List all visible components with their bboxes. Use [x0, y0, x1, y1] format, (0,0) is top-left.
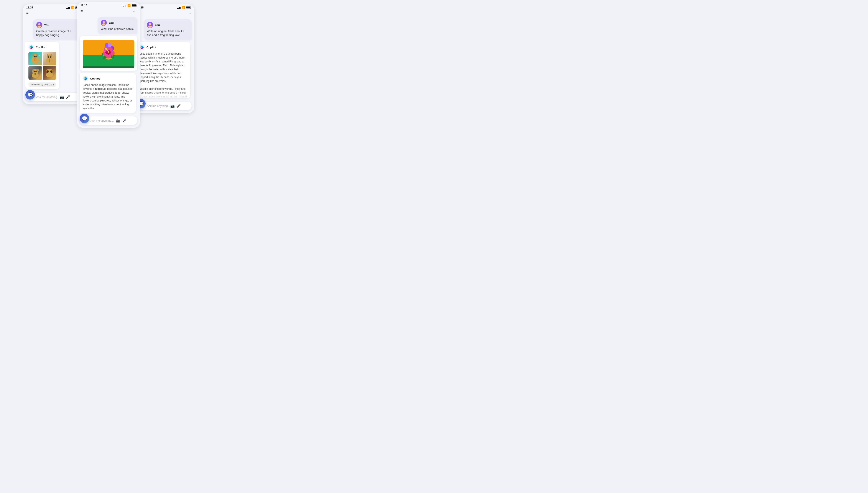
left-copilot-btn-icon: 💬 — [27, 92, 33, 97]
left-user-message: Create a realistic image of a happy dog … — [36, 29, 78, 37]
left-input-bar[interactable]: 💬 Ask me anything... 📷 🎤 — [25, 93, 81, 101]
svg-point-39 — [103, 21, 105, 23]
svg-point-47 — [108, 42, 111, 48]
right-signal-icon — [177, 6, 181, 9]
svg-point-1 — [38, 23, 40, 25]
right-wifi-icon: 📶 — [182, 6, 185, 9]
right-status-icons: 📶 — [177, 6, 191, 9]
right-input-icons: 📷 🎤 — [170, 104, 181, 108]
left-camera-icon[interactable]: 📷 — [60, 95, 64, 99]
center-input-bar[interactable]: 💬 Ask me anything... 📷 🎤 — [80, 116, 137, 125]
dog-cell-1: ♪ — [28, 52, 42, 65]
center-input-placeholder[interactable]: Ask me anything... — [90, 119, 114, 122]
center-dots-icon[interactable]: ··· — [133, 9, 137, 14]
svg-point-49 — [109, 53, 115, 57]
left-status-bar: 12:15 📶 — [23, 4, 84, 10]
svg-point-52 — [149, 23, 151, 25]
center-status-icons: 📶 — [123, 4, 137, 7]
center-copilot-bubble: Copilot Based on the image you sent, I t… — [80, 73, 136, 113]
powered-badge: Powered by DALL·E 3 — [28, 82, 56, 87]
center-top-bar: ≡ ··· — [77, 8, 140, 15]
right-user-header: You — [147, 22, 189, 28]
center-user-message: What kind of flower is this? — [101, 27, 134, 31]
center-battery-icon — [132, 4, 137, 7]
left-copilot-bubble: Copilot — [25, 42, 59, 89]
right-camera-icon[interactable]: 📷 — [170, 104, 175, 108]
right-user-name: You — [155, 23, 160, 27]
right-copilot-text-2: Despite their different worlds, Finley a… — [139, 87, 187, 98]
flower-image — [83, 40, 134, 68]
right-battery-icon — [186, 6, 191, 9]
svg-rect-36 — [47, 71, 48, 72]
left-status-time: 12:15 — [26, 6, 33, 9]
center-wifi-icon: 📶 — [127, 4, 131, 7]
right-user-message: Write an original fable about a fish and… — [147, 29, 189, 37]
center-signal-icon — [123, 4, 126, 7]
right-input-container: 💬 Ask me anything... 📷 🎤 — [133, 100, 194, 113]
main-scene: 12:15 📶 ≡ ··· — [4, 4, 213, 128]
right-user-avatar — [147, 22, 153, 28]
center-copilot-name: Copilot — [90, 77, 100, 80]
left-user-header: You — [36, 22, 78, 28]
center-user-avatar — [101, 20, 107, 26]
svg-point-43 — [103, 49, 114, 60]
left-input-placeholder[interactable]: Ask me anything... — [36, 95, 59, 99]
left-user-bubble: You Create a realistic image of a happy … — [33, 19, 81, 40]
svg-rect-28 — [35, 72, 36, 75]
left-signal-icon — [66, 6, 70, 9]
right-top-bar: ≡ ··· — [133, 10, 194, 18]
left-chat-area: You Create a realistic image of a happy … — [23, 18, 84, 91]
left-wifi-icon: 📶 — [71, 6, 74, 9]
svg-rect-42 — [83, 55, 134, 66]
svg-rect-20 — [49, 59, 50, 62]
svg-point-27 — [35, 71, 37, 72]
center-user-bubble: You What kind of flower is this? — [98, 17, 137, 34]
center-copilot-button[interactable]: 💬 — [80, 114, 89, 123]
left-image-grid: ♪ — [28, 52, 56, 80]
center-camera-icon[interactable]: 📷 — [116, 119, 120, 123]
center-user-header: You — [101, 20, 134, 26]
left-input-icons: 📷 🎤 — [60, 95, 70, 99]
svg-rect-44 — [107, 48, 107, 59]
right-copilot-text: Once upon a time, in a tranquil pond nes… — [139, 52, 187, 83]
svg-point-26 — [34, 71, 35, 72]
svg-point-2 — [38, 26, 41, 28]
left-mic-icon[interactable]: 🎤 — [66, 95, 70, 99]
right-copilot-header: Copilot — [139, 44, 187, 50]
center-flower-bubble — [80, 36, 137, 71]
svg-point-18 — [48, 56, 49, 58]
svg-point-34 — [48, 71, 49, 72]
center-mic-icon[interactable]: 🎤 — [122, 119, 126, 123]
right-dots-icon[interactable]: ··· — [187, 11, 191, 16]
left-copilot-logo — [28, 44, 34, 50]
svg-point-10 — [34, 57, 36, 59]
left-phone-panel: 12:15 📶 ≡ ··· — [23, 4, 84, 104]
center-copilot-btn-icon: 💬 — [82, 116, 87, 121]
center-copilot-header: Copilot — [83, 76, 133, 81]
right-input-bar[interactable]: 💬 Ask me anything... 📷 🎤 — [136, 102, 192, 110]
center-chat-area: You What kind of flower is this? — [77, 15, 140, 115]
left-menu-icon[interactable]: ≡ — [26, 11, 29, 16]
right-status-bar: 12:15 📶 — [133, 4, 194, 10]
right-input-placeholder[interactable]: Ask me anything... — [147, 104, 170, 108]
svg-point-19 — [50, 56, 51, 58]
right-copilot-bubble: Copilot Once upon a time, in a tranquil … — [136, 42, 190, 98]
center-input-icons: 📷 🎤 — [116, 119, 126, 123]
right-phone-panel: 12:15 📶 ≡ ··· — [133, 4, 194, 113]
right-mic-icon[interactable]: 🎤 — [177, 104, 181, 108]
dog-image-4 — [43, 66, 56, 80]
center-user-name: You — [108, 21, 114, 24]
left-copilot-header: Copilot — [28, 44, 56, 50]
center-menu-icon[interactable]: ≡ — [81, 9, 83, 14]
dog-cell-2: ♫ — [43, 52, 56, 65]
svg-text:♫: ♫ — [44, 54, 46, 57]
svg-point-40 — [102, 23, 105, 26]
left-input-container: 💬 Ask me anything... 📷 🎤 — [23, 91, 84, 104]
svg-rect-12 — [36, 59, 37, 61]
left-copilot-button[interactable]: 💬 — [25, 90, 35, 100]
left-user-name: You — [44, 23, 49, 27]
left-copilot-name: Copilot — [36, 46, 46, 49]
svg-rect-11 — [34, 59, 35, 61]
center-status-time: 12:15 — [81, 4, 87, 7]
dog-image-3: ♪ — [28, 66, 42, 80]
